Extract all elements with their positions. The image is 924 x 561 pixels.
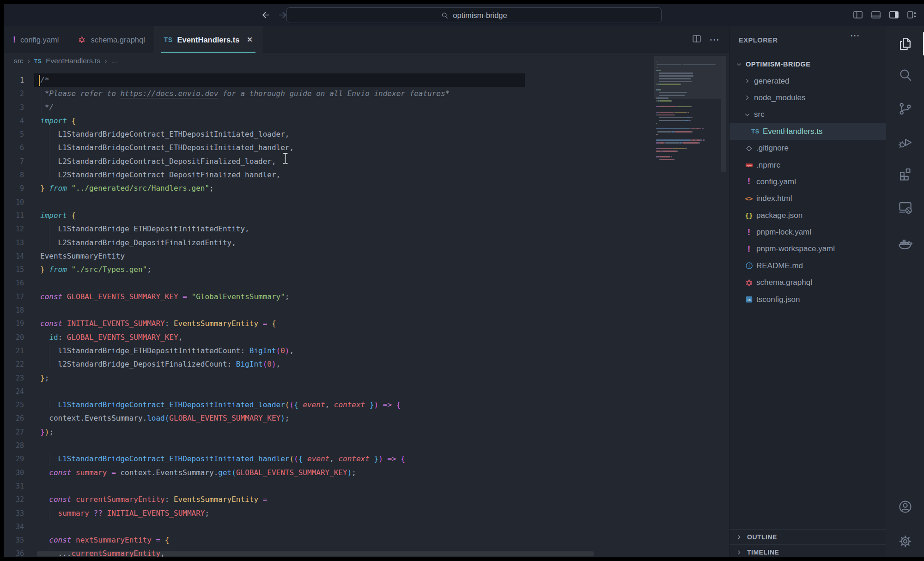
code-line[interactable]: 2 *Please refer to https://docs.envio.de… [4, 87, 729, 100]
code-line[interactable]: 21 l1StandardBridge_ETHDepositInitiatedC… [4, 344, 729, 357]
activity-explorer-icon[interactable] [894, 32, 917, 55]
activity-extensions-icon[interactable] [894, 162, 917, 185]
line-number[interactable]: 6 [4, 141, 24, 155]
code-line[interactable]: 15} from "./src/Types.gen"; [4, 263, 729, 276]
line-number[interactable]: 19 [4, 317, 24, 331]
code-line[interactable]: 12 L1StandardBridge_ETHDepositInitiatedE… [4, 222, 729, 235]
tree-item-src[interactable]: src [729, 106, 886, 123]
line-number[interactable]: 28 [4, 439, 24, 452]
code-line[interactable]: 1/* [4, 73, 729, 87]
code-line[interactable]: 10 [4, 195, 729, 209]
code-line[interactable]: 31 [4, 479, 729, 493]
code-line[interactable]: 17const GLOBAL_EVENTS_SUMMARY_KEY = "Glo… [4, 290, 729, 303]
outline-section[interactable]: OUTLINE [729, 529, 886, 544]
line-number[interactable]: 14 [4, 250, 24, 263]
breadcrumb-item[interactable]: src [14, 57, 24, 65]
line-number[interactable]: 34 [4, 520, 24, 534]
tree-item-pnpm-workspace.yaml[interactable]: !pnpm-workspace.yaml [729, 241, 886, 257]
code-line[interactable]: 25 L1StandardBridgeContract_ETHDepositIn… [4, 398, 729, 411]
split-editor-icon[interactable] [692, 34, 702, 46]
activity-account-icon[interactable] [894, 495, 917, 518]
tree-item-node_modules[interactable]: node_modules [729, 90, 886, 106]
code-line[interactable]: 5 L1StandardBridgeContract_ETHDepositIni… [4, 127, 729, 141]
line-number[interactable]: 33 [4, 507, 24, 520]
line-number[interactable]: 3 [4, 101, 24, 115]
code-line[interactable]: 29 L1StandardBridgeContract_ETHDepositIn… [4, 452, 729, 465]
code-line[interactable]: 13 L2StandardBridge_DepositFinalizedEnti… [4, 236, 729, 249]
line-number[interactable]: 25 [4, 398, 24, 412]
code-line[interactable]: 11import { [4, 209, 729, 222]
back-arrow-icon[interactable] [261, 10, 271, 20]
code-line[interactable]: 34 [4, 520, 729, 533]
line-number[interactable]: 26 [4, 412, 24, 425]
line-number[interactable]: 4 [4, 115, 24, 128]
code-line[interactable]: 20 id: GLOBAL_EVENTS_SUMMARY_KEY, [4, 331, 729, 344]
line-number[interactable]: 29 [4, 452, 24, 466]
code-line[interactable]: 3 */ [4, 101, 729, 114]
tree-item-OPTIMISM-BRIDGE[interactable]: OPTIMISM-BRIDGE [729, 56, 886, 72]
line-number[interactable]: 15 [4, 263, 24, 277]
code-line[interactable]: 14EventsSummaryEntity [4, 249, 729, 263]
code-line[interactable]: 35 const nextSummaryEntity = { [4, 533, 729, 547]
activity-search-icon[interactable] [894, 63, 917, 86]
toggle-panel-icon[interactable] [870, 9, 881, 20]
line-number[interactable]: 1 [4, 74, 24, 87]
code-line[interactable]: 16 [4, 276, 729, 290]
line-number[interactable]: 12 [4, 223, 24, 236]
tab-config.yaml[interactable]: !config.yaml [4, 26, 68, 53]
line-number[interactable]: 21 [4, 344, 24, 358]
code-line[interactable]: 30 const summary = context.EventsSummary… [4, 466, 729, 479]
code-line[interactable]: 8 L2StandardBridgeContract_DepositFinali… [4, 168, 729, 181]
more-actions-icon[interactable]: ⋯ [709, 37, 720, 42]
code-line[interactable]: 23}; [4, 371, 729, 385]
code-line[interactable]: 7 L2StandardBridgeContract_DepositFinali… [4, 155, 729, 168]
code-line[interactable]: 4import { [4, 114, 729, 127]
line-number[interactable]: 9 [4, 182, 24, 195]
line-number[interactable]: 10 [4, 196, 24, 209]
vertical-scrollbar[interactable] [721, 56, 726, 172]
tab-EventHandlers.ts[interactable]: TSEventHandlers.ts✕ [155, 26, 262, 53]
toggle-primary-sidebar-icon[interactable] [852, 9, 863, 20]
line-number[interactable]: 35 [4, 534, 24, 547]
chevron-right-icon[interactable] [743, 94, 754, 102]
line-number[interactable]: 24 [4, 385, 24, 398]
code-line[interactable]: 27}); [4, 425, 729, 439]
code-line[interactable]: 28 [4, 439, 729, 452]
line-number[interactable]: 17 [4, 290, 24, 304]
tree-item-generated[interactable]: generated [729, 72, 886, 89]
line-number[interactable]: 11 [4, 209, 24, 223]
tree-item-schema.graphql[interactable]: schema.graphql [729, 274, 886, 291]
code-line[interactable]: 26 context.EventsSummary.load(GLOBAL_EVE… [4, 411, 729, 425]
tree-item-pnpm-lock.yaml[interactable]: !pnpm-lock.yaml [729, 224, 886, 241]
line-number[interactable]: 36 [4, 547, 24, 557]
tab-schema.graphql[interactable]: schema.graphql [68, 26, 154, 53]
activity-docker-icon[interactable] [894, 232, 917, 255]
toggle-secondary-sidebar-icon[interactable] [888, 9, 900, 20]
chevron-right-icon[interactable] [743, 77, 754, 85]
breadcrumb-item[interactable]: EventHandlers.ts [46, 57, 100, 65]
line-number[interactable]: 5 [4, 128, 24, 141]
code-editor[interactable]: 1/*2 *Please refer to https://docs.envio… [4, 69, 729, 557]
tree-item-package.json[interactable]: {}package.json [729, 207, 886, 224]
tree-item-README.md[interactable]: README.md [729, 258, 886, 274]
line-number[interactable]: 7 [4, 155, 24, 169]
chevron-down-icon[interactable] [735, 60, 745, 68]
activity-run-debug-icon[interactable] [894, 131, 917, 154]
code-line[interactable]: 9} from "../generated/src/Handlers.gen"; [4, 181, 729, 195]
customize-layout-icon[interactable] [906, 9, 918, 20]
explorer-more-icon[interactable]: ⋯ [850, 26, 860, 45]
tree-item-tsconfig.json[interactable]: TStsconfig.json [729, 291, 886, 308]
line-number[interactable]: 13 [4, 236, 24, 250]
line-number[interactable]: 2 [4, 87, 24, 101]
code-line[interactable]: 6 L1StandardBridgeContract_ETHDepositIni… [4, 141, 729, 154]
chevron-down-icon[interactable] [743, 111, 754, 119]
line-number[interactable]: 31 [4, 480, 24, 493]
activity-source-control-icon[interactable] [894, 97, 917, 120]
tree-item-config.yaml[interactable]: !config.yaml [729, 174, 886, 190]
code-line[interactable]: 32 const currentSummaryEntity: EventsSum… [4, 493, 729, 506]
line-number[interactable]: 18 [4, 304, 24, 317]
line-number[interactable]: 20 [4, 331, 24, 344]
code-line[interactable]: 22 l2StandardBridge_DepositFinalizedCoun… [4, 357, 729, 371]
timeline-section[interactable]: TIMELINE [729, 544, 886, 557]
line-number[interactable]: 23 [4, 372, 24, 385]
